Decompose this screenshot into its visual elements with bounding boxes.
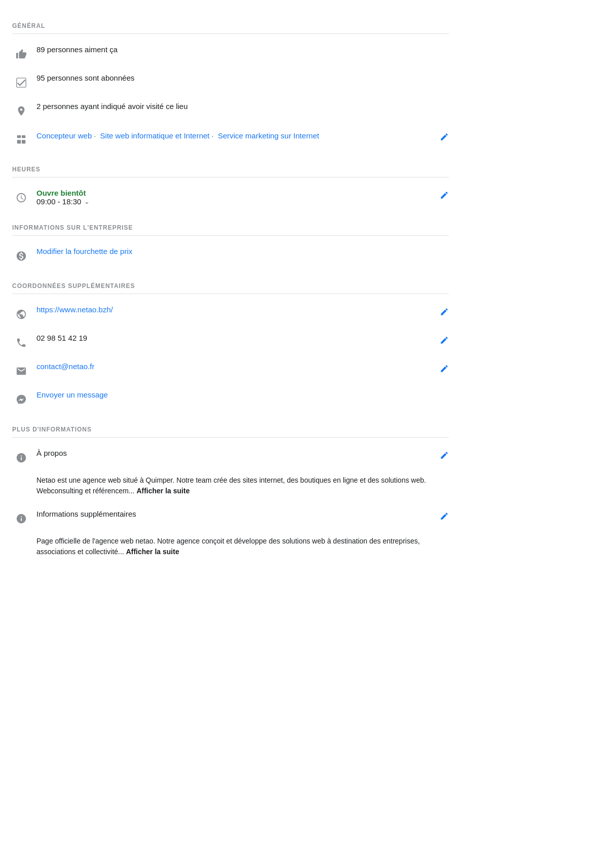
categories-row: Concepteur web· Site web informatique et… <box>12 125 449 154</box>
phone-icon <box>12 334 30 352</box>
website-edit[interactable] <box>440 305 449 318</box>
likes-text: 89 personnes aiment ça <box>36 45 449 54</box>
svg-rect-3 <box>17 140 21 143</box>
message-link[interactable]: Envoyer un message <box>36 390 108 399</box>
phone-row: 02 98 51 42 19 <box>12 329 449 357</box>
extra-description: Page officielle de l'agence web netao. N… <box>12 536 449 557</box>
extra-info-content: Informations supplémentaires <box>36 510 434 518</box>
heures-divider <box>12 177 449 177</box>
message-content: Envoyer un message <box>36 390 449 399</box>
email-content: contact@netao.fr <box>36 362 434 371</box>
likes-icon <box>12 45 30 63</box>
likes-row: 89 personnes aiment ça <box>12 40 449 68</box>
email-icon <box>12 362 30 380</box>
hours-edit[interactable] <box>440 189 449 202</box>
plus-info-title: PLUS D'INFORMATIONS <box>12 426 449 433</box>
email-edit-icon[interactable] <box>440 364 449 375</box>
visitors-text: 2 personnes ayant indiqué avoir visité c… <box>36 102 449 111</box>
svg-rect-2 <box>22 135 25 138</box>
about-edit-icon[interactable] <box>440 451 449 462</box>
about-icon <box>12 449 30 467</box>
visitors-row: 2 personnes ayant indiqué avoir visité c… <box>12 97 449 125</box>
phone-content: 02 98 51 42 19 <box>36 334 434 342</box>
about-more-link[interactable]: Afficher la suite <box>136 487 189 495</box>
categories-edit-icon[interactable] <box>440 132 449 143</box>
subscribers-row: 95 personnes sont abonnées <box>12 68 449 97</box>
coordonnees-divider <box>12 294 449 294</box>
hours-status: Ouvre bientôt <box>36 189 86 197</box>
price-content: Modifier la fourchette de prix <box>36 247 449 256</box>
svg-rect-0 <box>17 78 26 87</box>
extra-info-edit-icon[interactable] <box>440 512 449 523</box>
messenger-icon <box>12 390 30 409</box>
subscribers-text: 95 personnes sont abonnées <box>36 74 449 82</box>
general-title: GÉNÉRAL <box>12 22 449 29</box>
extra-info-row: Informations supplémentaires <box>12 504 449 533</box>
visitors-icon <box>12 102 30 120</box>
hours-edit-icon[interactable] <box>440 191 449 202</box>
categories-icon <box>12 130 30 149</box>
globe-icon <box>12 305 30 323</box>
category-link-1[interactable]: Concepteur web <box>36 131 92 140</box>
plus-info-divider <box>12 437 449 438</box>
categories-text: Concepteur web· Site web informatique et… <box>36 130 434 142</box>
price-icon <box>12 247 30 265</box>
hours-time: 09:00 - 18:30 ⌄ <box>36 197 90 206</box>
website-link[interactable]: https://www.netao.bzh/ <box>36 305 113 314</box>
chevron-down-icon[interactable]: ⌄ <box>84 198 90 205</box>
extra-more-link[interactable]: Afficher la suite <box>126 548 179 556</box>
about-description: Netao est une agence web situé à Quimper… <box>12 475 449 496</box>
email-link[interactable]: contact@netao.fr <box>36 362 94 371</box>
about-row: À propos <box>12 444 449 472</box>
extra-info-icon <box>12 510 30 528</box>
subscribers-icon <box>12 74 30 92</box>
website-edit-icon[interactable] <box>440 307 449 318</box>
svg-rect-4 <box>22 140 25 143</box>
phone-edit[interactable] <box>440 334 449 347</box>
price-row: Modifier la fourchette de prix <box>12 242 449 270</box>
hours-content: Ouvre bientôt 09:00 - 18:30 ⌄ <box>36 189 434 206</box>
email-edit[interactable] <box>440 362 449 375</box>
email-row: contact@netao.fr <box>12 357 449 385</box>
clock-icon <box>12 189 30 207</box>
website-content: https://www.netao.bzh/ <box>36 305 434 314</box>
about-content: À propos <box>36 449 434 457</box>
price-link[interactable]: Modifier la fourchette de prix <box>36 247 132 256</box>
coordonnees-title: COORDONNÉES SUPPLÉMENTAIRES <box>12 282 449 290</box>
extra-info-edit[interactable] <box>440 510 449 523</box>
category-link-2[interactable]: Site web informatique et Internet <box>100 131 210 140</box>
heures-title: HEURES <box>12 166 449 173</box>
category-link-3[interactable]: Service marketing sur Internet <box>218 131 319 140</box>
hours-row: Ouvre bientôt 09:00 - 18:30 ⌄ <box>12 184 449 212</box>
info-entreprise-divider <box>12 235 449 236</box>
info-entreprise-title: INFORMATIONS SUR L'ENTREPRISE <box>12 224 449 231</box>
phone-edit-icon[interactable] <box>440 336 449 347</box>
categories-edit[interactable] <box>440 130 449 143</box>
message-row: Envoyer un message <box>12 385 449 414</box>
about-edit[interactable] <box>440 449 449 462</box>
website-row: https://www.netao.bzh/ <box>12 300 449 329</box>
svg-rect-1 <box>17 135 21 138</box>
general-divider <box>12 33 449 34</box>
